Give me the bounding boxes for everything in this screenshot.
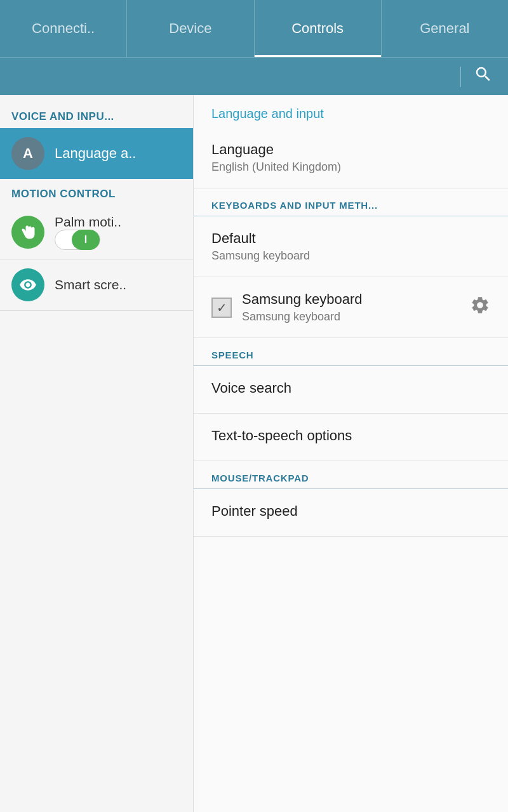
sidebar: VOICE AND INPU... A Language a.. MOTION … (0, 95, 194, 812)
keyboards-section-header: KEYBOARDS AND INPUT METH... (194, 188, 508, 216)
search-divider (460, 67, 461, 87)
tab-general[interactable]: General (382, 0, 508, 57)
speech-section-header: SPEECH (194, 338, 508, 366)
language-title: Language (211, 141, 490, 158)
pointer-speed-label: Pointer speed (211, 503, 490, 520)
gear-icon[interactable] (470, 295, 490, 320)
language-subtitle: English (United Kingdom) (211, 160, 490, 174)
samsung-keyboard-title: Samsung keyboard (242, 291, 363, 308)
sidebar-item-language-label: Language a.. (55, 145, 136, 162)
samsung-keyboard-checkbox[interactable]: ✓ (211, 298, 232, 318)
smart-icon (11, 268, 44, 301)
tab-connecti-label: Connecti.. (32, 20, 95, 37)
search-button[interactable] (474, 65, 493, 88)
tts-label: Text-to-speech options (211, 428, 490, 444)
sidebar-section1-title: VOICE AND INPU... (0, 102, 193, 128)
tab-controls-label: Controls (291, 20, 344, 37)
right-item-default[interactable]: Default Samsung keyboard (194, 216, 508, 277)
tab-device-label: Device (169, 20, 211, 37)
default-title: Default (211, 230, 490, 247)
sidebar-item-smart[interactable]: Smart scre.. (0, 259, 193, 310)
right-item-tts[interactable]: Text-to-speech options (194, 414, 508, 461)
samsung-keyboard-left: ✓ Samsung keyboard Samsung keyboard (211, 291, 363, 324)
smart-divider (0, 310, 193, 311)
search-icon (474, 65, 493, 84)
right-item-language[interactable]: Language English (United Kingdom) (194, 128, 508, 188)
tab-bar: Connecti.. Device Controls General (0, 0, 508, 57)
search-bar (0, 57, 508, 95)
tab-device[interactable]: Device (127, 0, 254, 57)
palm-item-content: Palm moti.. I (55, 214, 121, 250)
right-item-voice-search[interactable]: Voice search (194, 366, 508, 414)
voice-search-label: Voice search (211, 380, 490, 396)
samsung-keyboard-subtitle: Samsung keyboard (242, 310, 363, 324)
sidebar-section2-title: MOTION CONTROL (0, 179, 193, 206)
main-content: VOICE AND INPU... A Language a.. MOTION … (0, 95, 508, 812)
palm-toggle[interactable]: I (55, 230, 100, 250)
default-subtitle: Samsung keyboard (211, 249, 490, 263)
tab-controls[interactable]: Controls (255, 0, 382, 57)
palm-toggle-container: I (55, 230, 121, 250)
palm-item-label: Palm moti.. (55, 214, 121, 230)
samsung-keyboard-row: ✓ Samsung keyboard Samsung keyboard (211, 291, 490, 324)
right-panel: Language and input Language English (Uni… (194, 95, 508, 812)
breadcrumb: Language and input (194, 95, 508, 128)
mouse-section-header: MOUSE/TRACKPAD (194, 461, 508, 489)
language-icon: A (11, 137, 44, 170)
right-item-pointer-speed[interactable]: Pointer speed (194, 489, 508, 537)
right-item-samsung-keyboard[interactable]: ✓ Samsung keyboard Samsung keyboard (194, 277, 508, 338)
tab-connecti[interactable]: Connecti.. (0, 0, 127, 57)
samsung-keyboard-text: Samsung keyboard Samsung keyboard (242, 291, 363, 324)
tab-general-label: General (420, 20, 469, 37)
sidebar-item-language[interactable]: A Language a.. (0, 128, 193, 179)
smart-item-label: Smart scre.. (55, 277, 126, 292)
sidebar-item-palm[interactable]: Palm moti.. I (0, 206, 193, 259)
palm-icon (11, 216, 44, 249)
toggle-on-indicator: I (72, 230, 100, 250)
